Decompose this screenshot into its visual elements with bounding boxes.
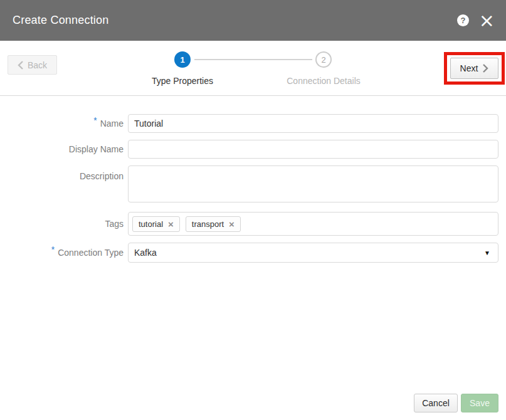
save-button[interactable]: Save xyxy=(461,394,498,412)
required-marker: * xyxy=(51,244,55,255)
help-icon[interactable]: ? xyxy=(457,14,469,26)
connection-type-field-row: * Connection Type Kafka ▼ xyxy=(0,243,506,263)
name-input[interactable] xyxy=(128,114,498,133)
chevron-left-icon xyxy=(18,61,23,70)
wizard-bar: Back 1 2 Type Properties Connection Deta… xyxy=(0,41,506,96)
close-icon[interactable]: × xyxy=(479,14,495,27)
wizard-step-2-number: 2 xyxy=(321,55,325,65)
wizard-step-1-number: 1 xyxy=(180,55,184,65)
tags-label: Tags xyxy=(0,212,124,236)
dialog-title: Create Connection xyxy=(13,14,457,27)
chevron-right-icon xyxy=(483,64,488,73)
create-connection-dialog: { "colors": { "header_bg": "#6e6e6e", "a… xyxy=(0,0,506,420)
tag-remove-icon[interactable]: × xyxy=(168,219,174,229)
display-name-label: Display Name xyxy=(0,140,124,159)
connection-type-label: * Connection Type xyxy=(0,243,124,263)
next-button-label: Next xyxy=(460,63,478,73)
wizard-step-2-indicator[interactable]: 2 xyxy=(315,51,332,68)
connection-type-value: Kafka xyxy=(134,248,484,258)
wizard-step-2-label: Connection Details xyxy=(255,76,393,86)
description-label: Description xyxy=(0,165,124,202)
tag-remove-icon[interactable]: × xyxy=(229,219,235,229)
tag-chip: tutorial × xyxy=(132,216,180,232)
tag-chip: transport × xyxy=(186,216,241,232)
description-field-row: Description xyxy=(0,165,506,202)
name-label: * Name xyxy=(0,114,124,133)
dialog-header: Create Connection ? × xyxy=(0,0,506,41)
connection-type-select[interactable]: Kafka ▼ xyxy=(128,243,498,263)
tags-field-row: Tags tutorial × transport × xyxy=(0,212,506,236)
display-name-field-row: Display Name xyxy=(0,140,506,159)
wizard-step-1-indicator[interactable]: 1 xyxy=(174,51,191,68)
description-textarea[interactable] xyxy=(128,165,498,202)
wizard-step-connector xyxy=(194,59,312,60)
red-highlight-annotation: Next xyxy=(444,52,505,85)
next-button[interactable]: Next xyxy=(450,58,498,79)
required-marker: * xyxy=(93,115,97,125)
tag-chip-label: tutorial xyxy=(139,219,163,229)
tags-input[interactable]: tutorial × transport × xyxy=(128,212,498,236)
wizard-step-1-label: Type Properties xyxy=(113,76,251,86)
cancel-button[interactable]: Cancel xyxy=(414,394,458,412)
back-button-label: Back xyxy=(28,60,47,70)
back-button[interactable]: Back xyxy=(8,55,57,75)
dropdown-caret-icon: ▼ xyxy=(484,249,490,256)
tag-chip-label: transport xyxy=(192,219,224,229)
display-name-input[interactable] xyxy=(128,140,498,159)
name-field-row: * Name xyxy=(0,114,506,133)
